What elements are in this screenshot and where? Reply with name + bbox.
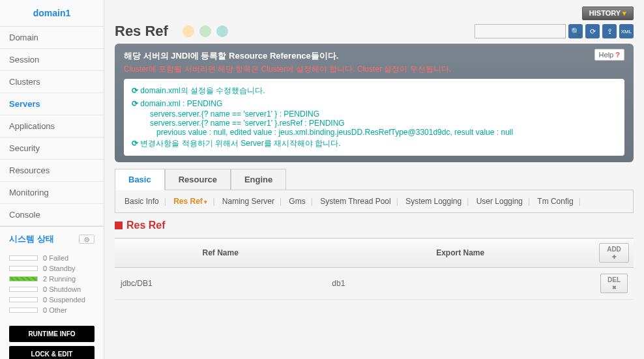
msg-line: servers.server.{? name == 'server1' } : … (132, 109, 617, 119)
nav-clusters[interactable]: Clusters (0, 71, 104, 93)
tab-resource[interactable]: Resource (165, 169, 231, 190)
col-ref-name: Ref Name (115, 238, 326, 268)
search-icon[interactable]: 🔍 (568, 24, 583, 38)
nav-resources[interactable]: Resources (0, 160, 104, 182)
message-panel: Help 해당 서버의 JNDI에 등록할 Resource Reference… (115, 44, 634, 162)
status-list: 0 Failed 0 Standby 2 Running 0 Shutdown … (0, 249, 104, 319)
status-standby: 0 Standby (9, 263, 95, 274)
subtab-naming-server[interactable]: Naming Server (222, 197, 274, 206)
msg-header: 해당 서버의 JNDI에 등록할 Resource Reference들이다. (124, 50, 624, 62)
sidebar-buttons: RUNTIME INFO LOCK & EDIT (0, 319, 104, 359)
msg-line: domain.xml : PENDING (132, 98, 617, 109)
gauge-icon[interactable]: ⊙ (79, 235, 95, 244)
msg-line: previous value : null, edited value : je… (132, 128, 617, 137)
help-button[interactable]: Help (594, 49, 624, 61)
lock-edit-button[interactable]: LOCK & EDIT (9, 346, 95, 359)
msg-body: domain.xml의 설정을 수정했습니다. domain.xml : PEN… (124, 79, 624, 156)
nav-session[interactable]: Session (0, 49, 104, 71)
status-suspended: 0 Suspended (9, 294, 95, 305)
nav-console[interactable]: Console (0, 204, 104, 226)
cell-export-name: db1 (326, 268, 594, 300)
subtabs: Basic Info| Res Ref| Naming Server| Gms|… (115, 190, 634, 213)
add-button[interactable]: ADD (599, 243, 629, 263)
nav-applications[interactable]: Applications (0, 115, 104, 137)
export-icon[interactable]: ⇪ (602, 24, 617, 38)
msg-line: 변경사항을 적용하기 위해서 Server를 재시작해야 합니다. (132, 137, 617, 151)
col-export-name: Export Name (326, 238, 594, 268)
domain-title[interactable]: domain1 (0, 0, 104, 27)
tab-basic[interactable]: Basic (115, 169, 165, 190)
subtab-user-logging[interactable]: User Logging (476, 197, 523, 206)
subtab-basic-info[interactable]: Basic Info (124, 197, 159, 206)
status-running: 2 Running (9, 274, 95, 284)
nav-domain[interactable]: Domain (0, 27, 104, 49)
subtab-tm-config[interactable]: Tm Config (537, 197, 573, 206)
msg-warning: Cluster에 포함될 서버라면 해당 항목은 Cluster에 설정해야 합… (124, 64, 624, 75)
section-title: Res Ref (115, 220, 634, 231)
system-status-title: 시스템 상태 (9, 233, 54, 245)
cell-ref-name[interactable]: jdbc/DB1 (115, 268, 326, 300)
status-failed: 0 Failed (9, 253, 95, 263)
tabs: Basic Resource Engine (115, 169, 634, 190)
system-status-header: 시스템 상태 ⊙ (0, 226, 104, 249)
table-row: jdbc/DB1 db1 DEL (115, 268, 634, 300)
search-input[interactable] (475, 24, 566, 38)
subtab-res-ref[interactable]: Res Ref (173, 197, 207, 206)
nav-security[interactable]: Security (0, 137, 104, 160)
nav-list: Domain Session Clusters Servers Applicat… (0, 27, 104, 226)
status-other: 0 Other (9, 305, 95, 315)
xml-icon[interactable]: XML (619, 24, 634, 38)
subtab-system-thread-pool[interactable]: System Thread Pool (320, 197, 391, 206)
subtab-system-logging[interactable]: System Logging (405, 197, 461, 206)
runtime-info-button[interactable]: RUNTIME INFO (9, 326, 95, 342)
main: HISTORY Res Ref 🔍 ⟳ ⇪ XML Help 해당 서버의 JN… (104, 0, 644, 359)
nav-servers[interactable]: Servers (0, 93, 104, 115)
tab-engine[interactable]: Engine (231, 169, 286, 190)
del-button[interactable]: DEL (600, 274, 628, 293)
msg-line: servers.server.{? name == 'server1' }.re… (132, 119, 617, 128)
res-ref-table: Ref Name Export Name ADD jdbc/DB1 db1 DE… (115, 238, 634, 300)
refresh-icon[interactable]: ⟳ (585, 24, 600, 38)
deco-icon (183, 25, 228, 37)
page-title-wrap: Res Ref (115, 23, 228, 40)
history-button[interactable]: HISTORY (582, 7, 634, 20)
msg-line: domain.xml의 설정을 수정했습니다. (132, 84, 617, 98)
page-title: Res Ref (115, 23, 168, 40)
sidebar: domain1 Domain Session Clusters Servers … (0, 0, 104, 359)
nav-monitoring[interactable]: Monitoring (0, 182, 104, 204)
status-shutdown: 0 Shutdown (9, 284, 95, 294)
subtab-gms[interactable]: Gms (289, 197, 305, 206)
toolbar: 🔍 ⟳ ⇪ XML (475, 24, 634, 38)
